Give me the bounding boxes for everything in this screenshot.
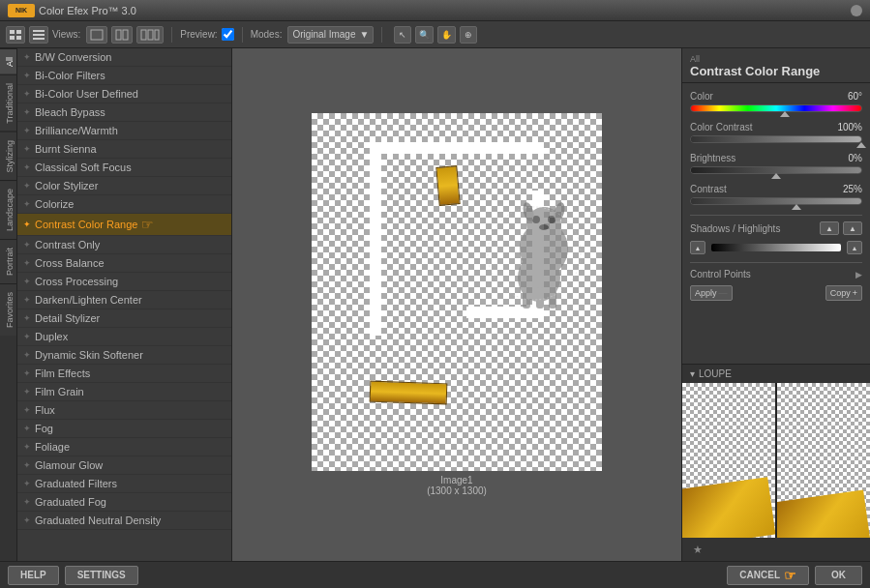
copy-btn[interactable]: Copy + (825, 285, 862, 301)
shadows-btn[interactable]: ▲ (820, 221, 839, 235)
star-icon-active: ✦ (23, 220, 31, 229)
filter-cross-processing[interactable]: ✦ Cross Processing (17, 273, 231, 291)
svg-rect-7 (91, 30, 103, 40)
cat-tab-portrait[interactable]: Portrait (0, 239, 16, 283)
filter-darken-lighten[interactable]: ✦ Darken/Lighten Center (17, 291, 231, 309)
color-slider-track[interactable] (690, 104, 862, 112)
svg-rect-8 (116, 30, 121, 40)
filter-list: ✦ B/W Conversion ✦ Bi-Color Filters ✦ Bi… (17, 48, 232, 561)
highlights-btn[interactable]: ▲ (843, 221, 862, 235)
ok-button[interactable]: OK (815, 566, 862, 585)
svg-rect-12 (155, 30, 159, 40)
shadow-thumb-1[interactable]: ▲ (690, 241, 705, 254)
star-icon: ✦ (23, 126, 31, 135)
color-contrast-thumb[interactable] (856, 142, 866, 148)
filter-flux[interactable]: ✦ Flux (17, 401, 231, 420)
filter-foliage[interactable]: ✦ Foliage (17, 438, 231, 456)
white-line-1 (370, 142, 544, 154)
cat-tab-landscape[interactable]: Landscape (0, 180, 16, 239)
filter-graduated-fog[interactable]: ✦ Graduated Fog (17, 493, 231, 512)
star-icon: ✦ (23, 162, 31, 172)
filter-graduated-neutral[interactable]: ✦ Graduated Neutral Density (17, 512, 231, 530)
view-btn-3[interactable] (136, 26, 164, 44)
cp-arrow: ▶ (855, 270, 862, 279)
white-line-2 (370, 142, 381, 336)
filter-contrast-color-range[interactable]: ✦ Contrast Color Range ☞ (17, 214, 231, 236)
view-btn-2[interactable] (111, 26, 133, 44)
highlight-thumb-1[interactable]: ▲ (847, 241, 862, 254)
filter-color-stylizer[interactable]: ✦ Color Stylizer (17, 177, 231, 195)
toolbar: Views: Preview: Modes: Original Image ▼ … (0, 21, 870, 48)
filter-bicolor-filters[interactable]: ✦ Bi-Color Filters (17, 67, 231, 85)
filter-colorize[interactable]: ✦ Colorize (17, 195, 231, 214)
filter-film-grain[interactable]: ✦ Film Grain (17, 383, 231, 401)
brightness-value: 0% (849, 153, 862, 163)
preview-checkbox[interactable] (222, 28, 234, 41)
contrast-thumb[interactable] (792, 204, 801, 210)
filter-contrast-only[interactable]: ✦ Contrast Only (17, 236, 231, 254)
filter-bleach-bypass[interactable]: ✦ Bleach Bypass (17, 103, 231, 122)
cat-tab-favorites[interactable]: Favorites (0, 283, 16, 336)
shadow-track[interactable] (711, 244, 841, 251)
star-icon: ✦ (23, 89, 31, 99)
sep-1 (171, 27, 172, 43)
cancel-button[interactable]: CANCEL ☞ (727, 566, 809, 585)
view-btn-1[interactable] (86, 26, 107, 44)
bottom-bar: HELP SETTINGS CANCEL ☞ OK (0, 561, 870, 588)
sep-3 (381, 27, 382, 43)
grid-view-btn[interactable] (6, 26, 25, 44)
modes-dropdown[interactable]: Original Image ▼ (287, 26, 374, 44)
apply-btn[interactable]: Apply — (690, 285, 733, 301)
color-contrast-value: 100% (837, 122, 862, 132)
filter-film-effects[interactable]: ✦ Film Effects (17, 365, 231, 383)
filter-classical-soft[interactable]: ✦ Classical Soft Focus (17, 159, 231, 177)
tool-extra[interactable]: ⊕ (460, 26, 477, 44)
star-icon: ✦ (23, 71, 31, 80)
help-button[interactable]: HELP (8, 566, 59, 585)
star-icon: ✦ (23, 240, 31, 250)
cat-tab-stylizing[interactable]: Stylizing (0, 132, 16, 181)
star-icon: ✦ (23, 181, 31, 191)
loupe-star-btn[interactable]: ★ (690, 542, 705, 557)
svg-rect-6 (33, 38, 45, 40)
filter-burnt-sienna[interactable]: ✦ Burnt Sienna (17, 140, 231, 159)
filter-bw-conversion[interactable]: ✦ B/W Conversion (17, 48, 231, 67)
gold-bar-1 (435, 165, 460, 206)
filter-cross-balance[interactable]: ✦ Cross Balance (17, 254, 231, 273)
loupe-content (682, 383, 870, 538)
tool-hand[interactable]: ✋ (437, 26, 456, 44)
color-slider-thumb[interactable] (780, 111, 790, 117)
filter-brilliance[interactable]: ✦ Brilliance/Warmth (17, 122, 231, 140)
cartoon-image (486, 191, 583, 316)
control-points-row: Control Points ▶ (690, 269, 862, 279)
category-tabs: All Traditional Stylizing Landscape Port… (0, 48, 17, 561)
list-view-btn[interactable] (29, 26, 48, 44)
contrast-track[interactable] (690, 197, 862, 205)
star-icon: ✦ (23, 313, 31, 323)
brightness-track[interactable] (690, 166, 862, 174)
close-button[interactable] (851, 5, 862, 16)
tool-zoom[interactable]: 🔍 (415, 26, 434, 44)
tool-arrow[interactable]: ↖ (394, 26, 411, 44)
svg-rect-0 (10, 30, 15, 34)
filter-fog[interactable]: ✦ Fog (17, 420, 231, 438)
app-title: Color Efex Pro™ 3.0 (39, 5, 136, 16)
filter-bicolor-user[interactable]: ✦ Bi-Color User Defined (17, 85, 231, 103)
filter-duplex[interactable]: ✦ Duplex (17, 328, 231, 346)
title-bar: NIK Color Efex Pro™ 3.0 (0, 0, 870, 21)
filter-graduated-filters[interactable]: ✦ Graduated Filters (17, 475, 231, 493)
star-icon: ✦ (23, 515, 31, 525)
star-icon: ✦ (23, 497, 31, 507)
cat-tab-traditional[interactable]: Traditional (0, 74, 16, 132)
filter-detail-stylizer[interactable]: ✦ Detail Stylizer (17, 309, 231, 328)
color-contrast-track[interactable] (690, 135, 862, 143)
main-content: All Traditional Stylizing Landscape Port… (0, 48, 870, 561)
filter-glamour-glow[interactable]: ✦ Glamour Glow (17, 456, 231, 475)
settings-button[interactable]: SETTINGS (65, 566, 138, 585)
filter-dynamic-skin[interactable]: ✦ Dynamic Skin Softener (17, 346, 231, 365)
star-icon: ✦ (23, 295, 31, 305)
loupe-header[interactable]: ▾ LOUPE (682, 365, 870, 383)
cat-tab-all[interactable]: All (0, 48, 16, 74)
brightness-thumb[interactable] (771, 173, 781, 179)
svg-rect-2 (10, 36, 15, 40)
